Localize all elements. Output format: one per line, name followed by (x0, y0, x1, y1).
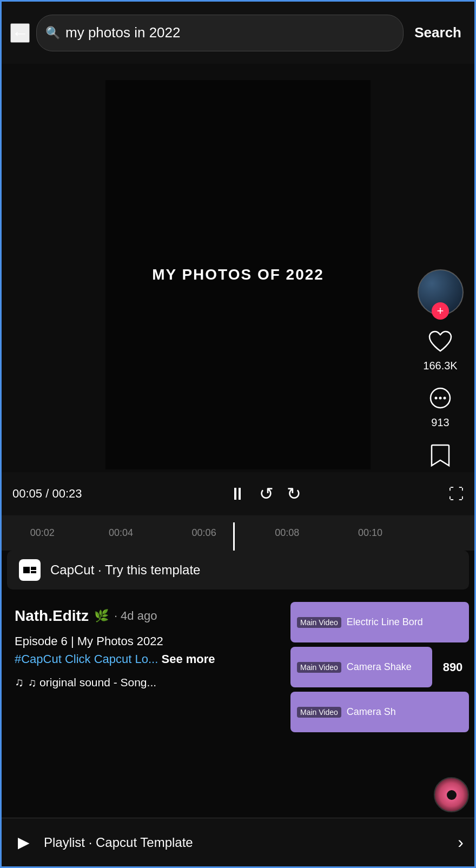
username: Nath.Editz (15, 607, 89, 625)
controls-center: ⏸ ↺ ↻ (92, 483, 438, 504)
back-button[interactable]: ← (10, 23, 30, 43)
timeline-tick-3: 00:06 (192, 527, 216, 539)
bottom-panel: Nath.Editz 🌿 · 4d ago Episode 6 | My Pho… (2, 597, 474, 818)
like-action: 166.3K (423, 325, 457, 372)
music-disc[interactable] (434, 777, 469, 812)
timeline-area[interactable]: 00:02 00:04 00:06 00:08 00:10 (2, 515, 474, 551)
caption-line1: Episode 6 | My Photos 2022 (15, 634, 163, 648)
video-title: MY PHOTOS OF 2022 (152, 266, 324, 283)
video-area[interactable]: MY PHOTOS OF 2022 (2, 64, 474, 486)
bottom-nav: ▶ Playlist · Capcut Template › (2, 818, 474, 866)
timeline-tick-5: 00:10 (358, 527, 382, 539)
clip-label-2: Main Video (297, 662, 341, 673)
music-note-icon: ♫ (15, 675, 24, 690)
video-frame: MY PHOTOS OF 2022 (105, 80, 371, 469)
username-row: Nath.Editz 🌿 · 4d ago (15, 607, 280, 625)
search-input[interactable] (65, 24, 394, 41)
timeline-cursor (233, 522, 235, 551)
timeline-tick-1: 00:02 (30, 527, 55, 539)
playlist-text[interactable]: Playlist · Capcut Template (44, 835, 449, 850)
clip-row-2: Main Video Camera Shake 890 (290, 647, 469, 687)
comment-count: 913 (431, 416, 449, 429)
fullscreen-button[interactable]: ⛶ (448, 485, 464, 503)
capcut-logo-icon (18, 558, 42, 582)
see-more-button[interactable]: See more (161, 652, 215, 666)
nav-arrow-icon[interactable]: › (458, 832, 464, 852)
clip-name-2: Camera Shake (347, 661, 412, 673)
svg-point-1 (435, 397, 438, 400)
post-info: Nath.Editz 🌿 · 4d ago Episode 6 | My Pho… (2, 597, 290, 818)
clip-name-3: Camera Sh (347, 706, 396, 718)
video-controls: 00:05 / 00:23 ⏸ ↺ ↻ ⛶ (2, 472, 474, 515)
top-bar: ← 🔍 Search (2, 2, 474, 64)
clip-label-1: Main Video (297, 617, 341, 628)
search-bar: 🔍 (36, 15, 404, 51)
search-icon: 🔍 (45, 26, 60, 40)
follow-button[interactable]: + (432, 302, 449, 320)
bookmark-button[interactable] (424, 439, 457, 471)
svg-point-3 (444, 397, 446, 400)
comment-action: 913 (424, 382, 457, 429)
clip-item-2[interactable]: Main Video Camera Shake (290, 647, 432, 687)
like-button[interactable] (424, 325, 457, 357)
badge-icon: 🌿 (94, 609, 109, 623)
clip-name-1: Electric Line Bord (347, 617, 423, 628)
comment-button[interactable] (424, 382, 457, 414)
caption: Episode 6 | My Photos 2022 #CapCut Click… (15, 632, 280, 668)
clip-item-1[interactable]: Main Video Electric Line Bord (290, 602, 469, 642)
disc-center (447, 790, 457, 800)
pause-button[interactable]: ⏸ (229, 484, 246, 504)
right-actions: + 166.3K 913 (411, 64, 470, 542)
timeline-tick-4: 00:08 (275, 527, 299, 539)
time-ago: · 4d ago (114, 609, 157, 623)
rewind-button[interactable]: ↺ (259, 483, 274, 504)
search-button[interactable]: Search (410, 24, 466, 41)
capcut-banner-text: CapCut · Try this template (50, 562, 200, 578)
clip-item-3[interactable]: Main Video Camera Sh (290, 692, 469, 732)
timeline-tick-2: 00:04 (109, 527, 133, 539)
clip-label-3: Main Video (297, 707, 341, 718)
clips-panel: Main Video Electric Line Bord Main Video… (290, 597, 474, 818)
share-count-right: 890 (437, 660, 469, 674)
app-container: ← 🔍 Search 1080P ▾ MY PHOTOS OF 2022 + (0, 0, 476, 868)
sound-row[interactable]: ♫ ♫ original sound - Song... (15, 675, 280, 690)
caption-line2: #CapCut Click Capcut Lo... (15, 652, 158, 666)
forward-button[interactable]: ↻ (287, 483, 301, 504)
playlist-icon: ▶ (12, 831, 35, 854)
svg-point-2 (439, 397, 442, 400)
like-count: 166.3K (423, 360, 457, 372)
time-display: 00:05 / 00:23 (12, 487, 82, 501)
capcut-banner[interactable]: CapCut · Try this template (7, 551, 469, 589)
sound-text: ♫ original sound - Song... (28, 676, 157, 689)
playlist-play-icon: ▶ (18, 833, 30, 851)
avatar-wrap: + (418, 269, 464, 315)
